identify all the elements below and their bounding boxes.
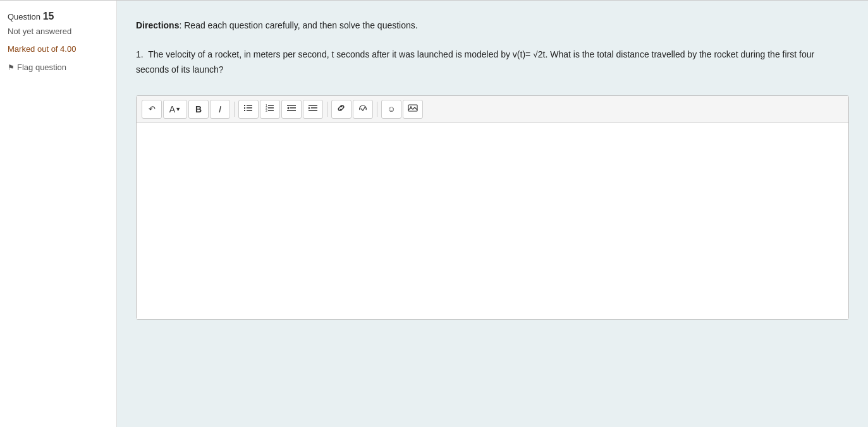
image-icon	[408, 104, 418, 114]
indent-icon	[309, 104, 317, 114]
font-button[interactable]: A▼	[163, 100, 187, 119]
question-label: Question 15	[8, 11, 109, 22]
main-content: Directions: Read each question carefully…	[117, 1, 868, 427]
svg-rect-14	[287, 110, 296, 111]
undo-button[interactable]: ↶	[142, 100, 162, 119]
flag-question-button[interactable]: ⚑ Flag question	[8, 63, 109, 72]
image-button[interactable]	[403, 100, 423, 119]
svg-rect-17	[311, 107, 317, 109]
italic-label: I	[219, 104, 221, 114]
svg-rect-3	[247, 107, 252, 109]
svg-rect-5	[247, 110, 252, 111]
svg-rect-18	[309, 110, 317, 111]
toolbar-separator-1	[234, 102, 235, 117]
svg-marker-15	[287, 107, 289, 109]
toolbar-separator-2	[327, 102, 327, 117]
special-chars-button[interactable]	[353, 100, 373, 119]
svg-rect-13	[290, 107, 296, 109]
svg-text:3: 3	[266, 109, 267, 112]
svg-rect-20	[408, 105, 417, 111]
chevron-down-icon: ▼	[175, 106, 181, 112]
outdent-button[interactable]	[281, 100, 302, 119]
editor-toolbar: ↶ A▼ B I	[137, 96, 848, 123]
undo-icon: ↶	[149, 104, 156, 114]
unordered-list-icon	[244, 104, 253, 114]
svg-rect-0	[244, 105, 245, 106]
svg-rect-12	[287, 105, 296, 106]
svg-rect-16	[309, 105, 317, 106]
flag-question-label: Flag question	[17, 63, 66, 72]
svg-rect-4	[244, 110, 245, 111]
bold-label: B	[195, 104, 202, 114]
sidebar: Question 15 Not yet answered Marked out …	[0, 1, 117, 427]
toolbar-separator-3	[377, 102, 377, 117]
svg-rect-2	[244, 107, 245, 109]
bold-button[interactable]: B	[188, 100, 209, 119]
emoji-icon: ☺	[387, 104, 395, 114]
unordered-list-button[interactable]	[238, 100, 259, 119]
svg-rect-11	[268, 110, 274, 111]
directions-text: Directions: Read each question carefully…	[136, 18, 849, 32]
special-chars-icon	[358, 104, 368, 114]
emoji-button[interactable]: ☺	[381, 100, 401, 119]
question-text: 1. The velocity of a rocket, in meters p…	[136, 47, 849, 78]
link-button[interactable]	[331, 100, 351, 119]
font-label: A	[169, 104, 175, 114]
not-yet-answered-status: Not yet answered	[8, 26, 109, 37]
svg-rect-7	[268, 105, 274, 106]
link-icon	[336, 104, 346, 114]
answer-editor: ↶ A▼ B I	[136, 95, 849, 320]
italic-button[interactable]: I	[210, 100, 230, 119]
indent-button[interactable]	[303, 100, 323, 119]
editor-body[interactable]	[137, 123, 848, 319]
ordered-list-button[interactable]: 1 2 3	[260, 100, 280, 119]
outdent-icon	[287, 104, 296, 114]
ordered-list-icon: 1 2 3	[266, 104, 274, 114]
svg-rect-1	[247, 105, 252, 106]
directions-label: Directions	[136, 20, 179, 30]
flag-icon: ⚑	[8, 63, 15, 72]
marked-out-label: Marked out of 4.00	[8, 44, 109, 55]
svg-marker-19	[309, 107, 310, 109]
svg-rect-9	[268, 107, 274, 109]
